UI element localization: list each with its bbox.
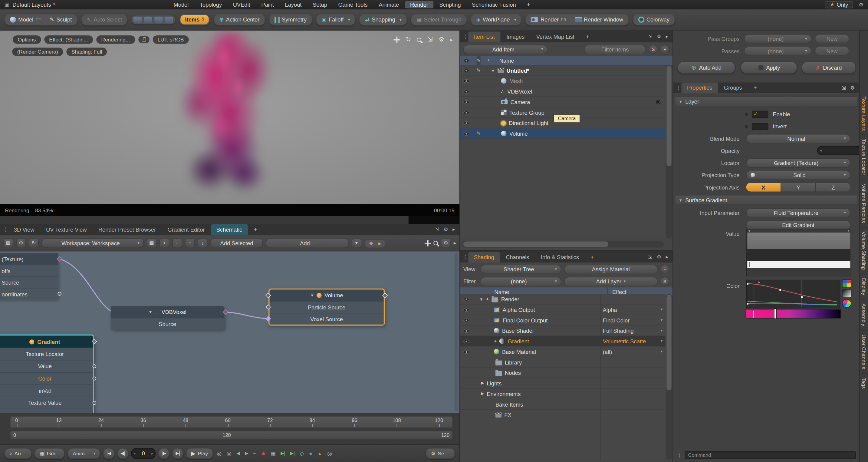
mini-arrow-icon[interactable]: ▸ [758,280,839,285]
anim-layout-button[interactable]: Anim...▾ [68,448,100,459]
tabbar-gear-icon[interactable]: ⚙ [657,254,661,259]
item-list-vscrollbar[interactable] [666,65,672,238]
workspace-dropdown[interactable]: Workspace: Workspace▾ [41,238,144,248]
zoom-icon[interactable] [417,37,422,42]
tabbar-more-icon[interactable]: ▸ [665,254,668,259]
tab-plus[interactable]: + [748,83,763,93]
layouts-menu[interactable]: Default Layouts▾ [12,1,55,7]
side-tab-volume-shading[interactable]: Volume Shading [861,227,867,273]
edit-pen-icon[interactable]: ✎ [473,67,484,73]
shader-row-fx[interactable]: FX [460,410,665,421]
tabbar-gear-icon[interactable]: ⚙ [657,34,661,39]
panel-menu-icon[interactable]: ( [679,452,680,458]
symmetry-button[interactable]: Symmetry [270,15,311,24]
shader-row-environments[interactable]: ▶Environments [460,389,665,399]
node-volume[interactable]: ▼ Volume Particle SourceVoxel Source [269,288,385,326]
go-end-button[interactable]: ▶| [172,448,183,459]
render-window-button[interactable]: Render Window [570,15,628,24]
current-frame-field[interactable]: ◂0▸ [131,448,155,459]
assign-material-button[interactable]: Assign Material [564,264,658,274]
palette-icon[interactable]: ▤ [3,238,13,248]
rgb-quads-icon[interactable] [843,280,851,288]
gradient-handle[interactable] [774,309,776,318]
item-list-hscrollbar[interactable] [462,241,664,248]
tab-plus[interactable]: + [585,252,599,263]
auto-select-button[interactable]: ↖Auto Select [82,15,126,24]
shader-row-final-color-output[interactable]: Final Color OutputFinal Color▾ [460,315,665,326]
visibility-eye-icon[interactable] [460,111,473,115]
color-wheel-icon[interactable] [843,300,851,308]
tab-vertex-map-list[interactable]: Vertex Map List [531,31,580,42]
shader-row-bake-items[interactable]: Bake Items [460,399,665,410]
panel-menu-icon[interactable]: ( [465,34,466,39]
snapping-button[interactable]: ⇄Snapping▾ [361,15,406,24]
discard-button[interactable]: ✗Discard [802,61,856,73]
axis-y-button[interactable]: Y [781,183,816,192]
menu-item-animate[interactable]: Animate [374,1,404,8]
next-key-icon[interactable]: ▶ [244,451,249,456]
tab-3d-view[interactable]: 3D View [8,224,40,235]
emitter-icon[interactable]: ▲ [316,451,323,456]
tab-info-statistics[interactable]: Info & Statistics [535,252,585,263]
play-button[interactable]: ▶Play [186,448,213,459]
panel-menu-icon[interactable]: ( [5,37,7,42]
node-vdbvoxel[interactable]: ▼ ∴ VDBVoxel Source [111,306,224,329]
pop-out-icon[interactable]: ⇲ [648,34,652,39]
app-icon[interactable]: ▣ [4,1,9,7]
node-row-source[interactable]: Source [111,318,224,329]
shader-row-library[interactable]: Library [460,357,665,368]
audio-button[interactable]: ♪Au ... [4,448,32,459]
enable-checkbox[interactable]: ✓ [752,111,768,118]
schematic-gear-icon[interactable]: ⚙ [441,238,451,248]
tabbar-gear-icon[interactable]: ⚙ [444,226,448,232]
visibility-eye-icon[interactable] [460,100,473,104]
model-mode-button[interactable]: ModelF2 [5,15,45,24]
overlay-toggle-icon[interactable]: ◆ [369,240,373,246]
shading-vscrollbar[interactable] [666,294,672,460]
node-row-texture-color[interactable]: Texture Color [0,409,93,413]
tab-schematic[interactable]: Schematic [211,224,248,235]
options-button[interactable]: Options [13,35,41,43]
tab-properties[interactable]: Properties [682,83,718,93]
expander-icon[interactable]: ▼ [491,68,495,72]
pass-groups-dropdown[interactable]: (none)▾ [744,34,811,43]
new-pass-button[interactable]: New [815,47,849,55]
menu-item-schematic-fusion[interactable]: Schematic Fusion [467,1,521,8]
pop-out-icon[interactable]: ⇲ [842,85,846,91]
decrement-icon[interactable]: ◂ [133,451,135,456]
view-mode-dropdown[interactable]: Shader Tree▾ [480,264,561,274]
channel-state-icon[interactable] [744,124,749,129]
connection-wire[interactable] [225,312,268,318]
visibility-eye-icon[interactable] [460,350,473,353]
node-header[interactable]: ▼ Volume [270,290,384,301]
backdrop-toggle-icon[interactable]: ● [377,240,381,246]
channel-state-icon[interactable] [744,112,749,117]
sculpt-mode-button[interactable]: ✎Sculpt [45,15,76,24]
menu-item-plus[interactable]: + [522,1,535,8]
auto-add-button[interactable]: ⊕Auto Add [678,61,735,73]
torus-icon[interactable]: ◎ [326,450,333,456]
menu-item-layout[interactable]: Layout [280,1,307,8]
visibility-eye-icon[interactable] [460,121,473,125]
name-column-header[interactable]: Name [493,57,514,63]
tab-item-list[interactable]: Item List [468,31,500,42]
filter-s-button[interactable]: S [649,45,658,54]
pop-out-icon[interactable]: ⇲ [435,226,439,232]
invert-checkbox[interactable] [752,123,768,130]
rendering-dropdown[interactable]: Rendering... [96,35,135,43]
shader-row-render[interactable]: ▼+Render [460,294,665,305]
material-f-button[interactable]: F [660,265,669,273]
node-row-particle-source[interactable]: Particle Source [270,301,384,313]
gradient-panel-button[interactable]: ▦Gra... [34,448,65,459]
panel-menu-icon[interactable]: ( [4,226,6,232]
visibility-eye-icon[interactable] [460,329,473,333]
effect-dropdown-icon[interactable]: ▾ [661,339,662,343]
actor-icon[interactable]: ◎ [216,450,223,456]
add-dropdown-icon[interactable]: ▾ [351,238,361,248]
shader-row-lights[interactable]: ▶Lights [460,378,665,389]
side-tab-texture-locator[interactable]: Texture Locator [861,135,867,179]
scrollbar-thumb[interactable] [463,241,608,247]
socket-icon[interactable] [58,292,61,296]
schematic-zoom-icon[interactable] [434,241,438,246]
tabbar-more-icon[interactable]: ▸ [665,34,668,39]
